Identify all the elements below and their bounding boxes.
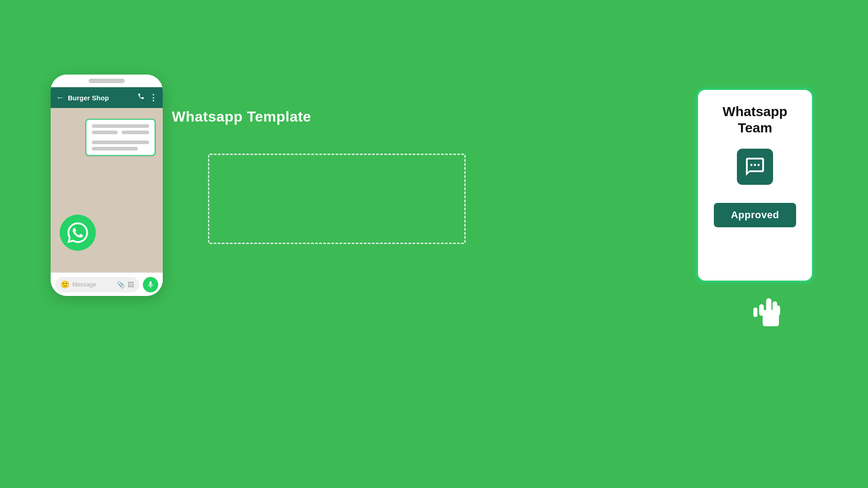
message-dots-icon xyxy=(744,156,766,178)
more-icon[interactable]: ⋮ xyxy=(149,93,157,103)
svg-point-1 xyxy=(754,164,756,166)
message-placeholder: Message xyxy=(72,281,114,288)
whatsapp-logo-circle xyxy=(60,215,96,251)
attach-icon[interactable]: 📎 xyxy=(117,281,125,288)
svg-rect-7 xyxy=(753,308,757,317)
chat-icon xyxy=(737,149,773,185)
phone-header: ← Burger Shop ⋮ xyxy=(51,87,163,108)
back-icon[interactable]: ← xyxy=(56,93,64,103)
phone-header-icons: ⋮ xyxy=(137,93,157,103)
phone-mockup: ← Burger Shop ⋮ 🙂 Message 📎 � xyxy=(51,75,163,296)
team-card-title: WhatsappTeam xyxy=(722,103,787,136)
message-bubble xyxy=(85,119,156,156)
emoji-icon[interactable]: 🙂 xyxy=(61,280,70,289)
phone-bottom-bar: 🙂 Message 📎 🖼 xyxy=(51,272,163,296)
dashed-rectangle xyxy=(208,154,466,244)
whatsapp-logo-icon xyxy=(66,221,90,244)
phone-body xyxy=(51,108,163,272)
bubble-line-4 xyxy=(92,141,149,144)
cursor-hand xyxy=(753,294,789,334)
svg-rect-6 xyxy=(759,304,764,316)
approved-button[interactable]: Approved xyxy=(714,203,797,227)
template-label: Whatsapp Template xyxy=(172,108,311,125)
message-input[interactable]: 🙂 Message 📎 🖼 xyxy=(55,277,139,292)
svg-rect-4 xyxy=(766,298,772,313)
image-icon[interactable]: 🖼 xyxy=(127,281,134,288)
team-card: WhatsappTeam Approved xyxy=(696,88,814,282)
svg-point-0 xyxy=(750,164,753,166)
phone-header-title: Burger Shop xyxy=(68,94,134,102)
svg-point-2 xyxy=(758,164,760,166)
bubble-line-2 xyxy=(92,131,118,134)
mic-button[interactable] xyxy=(143,277,158,292)
phone-notch-bar xyxy=(51,75,163,87)
svg-rect-8 xyxy=(775,305,780,316)
bubble-line-3 xyxy=(122,131,149,134)
bubble-line-1 xyxy=(92,124,149,128)
phone-notch xyxy=(89,79,125,83)
call-icon[interactable] xyxy=(137,93,145,103)
bubble-line-5 xyxy=(92,147,138,150)
hand-cursor-icon xyxy=(753,294,789,334)
